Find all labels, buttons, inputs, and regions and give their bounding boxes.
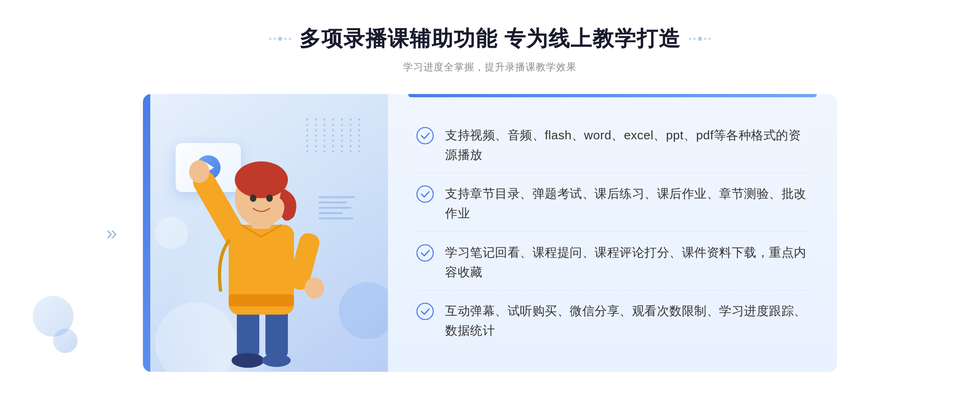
left-chevron-decoration: » [106,223,117,243]
svg-point-2 [232,353,264,368]
svg-point-17 [417,245,433,261]
deco-dot-large [278,37,282,41]
svg-point-14 [266,195,273,202]
page-subtitle: 学习进度全掌握，提升录播课教学效果 [269,60,711,74]
feature-item-2: 支持章节目录、弹题考试、课后练习、课后作业、章节测验、批改作业 [416,176,808,232]
deco-dot [689,38,691,40]
feature-item-1: 支持视频、音频、flash、word、excel、ppt、pdf等各种格式的资源… [416,117,808,173]
feature-text-3: 学习笔记回看、课程提问、课程评论打分、课件资料下载，重点内容收藏 [445,243,808,282]
right-accent-bar [408,94,817,97]
header-title-row: 多项录播课辅助功能 专为线上教学打造 [269,25,711,53]
svg-point-16 [417,186,433,202]
person-illustration [167,135,363,372]
check-icon-3 [416,244,434,262]
svg-rect-5 [229,294,294,306]
svg-point-12 [235,161,288,198]
feature-item-4: 互动弹幕、试听购买、微信分享、观看次数限制、学习进度跟踪、数据统计 [416,293,808,349]
check-icon-2 [416,186,434,203]
deco-dot-large [698,37,702,41]
page-main-title: 多项录播课辅助功能 专为线上教学打造 [299,25,681,53]
svg-point-18 [417,303,433,320]
right-features-panel: 支持视频、音频、flash、word、excel、ppt、pdf等各种格式的资源… [388,94,837,372]
blue-accent-bar [143,94,150,372]
left-illustration-panel [143,94,388,372]
svg-point-15 [417,127,433,144]
deco-dot [284,38,287,40]
feature-text-2: 支持章节目录、弹题考试、课后练习、课后作业、章节测验、批改作业 [445,184,808,223]
page-container: 多项录播课辅助功能 专为线上教学打造 学习进度全掌握，提升录播课教学效果 » [0,0,980,398]
deco-dot [708,38,711,40]
deco-dot [274,38,276,40]
feature-item-3: 学习笔记回看、课程提问、课程评论打分、课件资料下载，重点内容收藏 [416,235,808,291]
feature-text-4: 互动弹幕、试听购买、微信分享、观看次数限制、学习进度跟踪、数据统计 [445,301,808,340]
header-section: 多项录播课辅助功能 专为线上教学打造 学习进度全掌握，提升录播课教学效果 [269,25,711,74]
check-icon-1 [416,127,434,144]
feature-text-1: 支持视频、音频、flash、word、excel、ppt、pdf等各种格式的资源… [445,125,808,165]
title-left-deco [269,37,291,41]
deco-dot [269,38,272,40]
main-content-area: » [143,94,837,372]
svg-point-8 [189,160,209,183]
chevron-icon: » [106,222,117,244]
svg-point-3 [262,354,291,367]
svg-point-13 [250,195,256,202]
check-icon-4 [416,303,434,320]
svg-point-9 [305,277,324,299]
title-right-deco [689,37,711,41]
deco-dot [289,38,291,40]
outer-circle-decoration-2 [53,329,78,353]
deco-dot [693,38,696,40]
deco-dot [704,38,706,40]
